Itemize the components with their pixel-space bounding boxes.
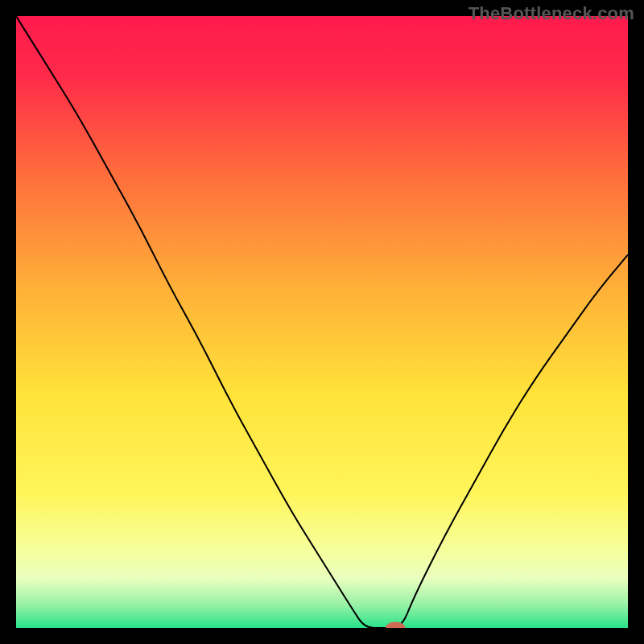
- watermark-text: TheBottleneck.com: [469, 3, 634, 24]
- chart-stage: TheBottleneck.com: [0, 0, 644, 644]
- gradient-rect: [16, 16, 628, 628]
- plot-svg: [16, 16, 628, 628]
- plot-area: [16, 16, 628, 628]
